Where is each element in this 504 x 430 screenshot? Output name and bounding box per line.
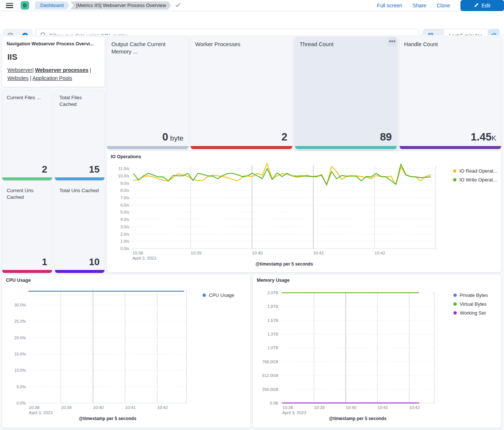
- top-header: D Dashboard [Metrics IIS] Webserver Proc…: [0, 0, 504, 11]
- nav-link-webserver[interactable]: Webserver: [7, 67, 32, 73]
- svg-text:10:39: 10:39: [191, 251, 201, 255]
- svg-text:6.0/s: 6.0/s: [120, 203, 129, 207]
- svg-text:10.0%: 10.0%: [14, 368, 26, 372]
- metric-value: 0 byte: [162, 131, 183, 143]
- panel-options-icon[interactable]: [388, 37, 397, 46]
- legend-label: Virtual Bytes: [460, 301, 487, 307]
- metric-value: 15: [89, 164, 100, 175]
- metric-color-bar: [191, 146, 292, 149]
- legend-item[interactable]: Private Bytes: [453, 292, 488, 298]
- svg-text:April 3, 2023: April 3, 2023: [282, 410, 306, 415]
- svg-text:0.0/s: 0.0/s: [120, 246, 129, 251]
- metric-panel-total-uris-cached[interactable]: Total Uris Cached 10: [55, 184, 104, 273]
- svg-text:10:40: 10:40: [346, 405, 356, 410]
- svg-text:@timestamp per 5 seconds: @timestamp per 5 seconds: [329, 416, 387, 421]
- legend-item[interactable]: CPU Usage: [203, 292, 234, 298]
- legend-label: IO Read Operat...: [459, 168, 497, 174]
- svg-text:10:42: 10:42: [409, 405, 420, 410]
- svg-text:15.0%: 15.0%: [14, 352, 26, 356]
- query-bar: Last 5 minutes: [0, 11, 504, 35]
- nav-link-application-pools[interactable]: Application Pools: [32, 75, 72, 81]
- nav-link-websites[interactable]: Websites: [7, 75, 28, 81]
- svg-text:April 3, 2023: April 3, 2023: [29, 410, 53, 415]
- cpu-chart-legend: CPU Usage: [203, 292, 234, 298]
- svg-text:4.0/s: 4.0/s: [120, 217, 129, 222]
- dashboard-canvas: Navigation Webserver Process Overvi... I…: [0, 35, 504, 430]
- breadcrumb-current-page: [Metrics IIS] Webserver Process Overview: [70, 1, 171, 10]
- svg-text:10:40: 10:40: [93, 405, 104, 410]
- legend-dot-icon: [453, 302, 457, 306]
- svg-text:@timestamp per 5 seconds: @timestamp per 5 seconds: [79, 416, 137, 421]
- svg-text:10:38: 10:38: [29, 405, 39, 410]
- metric-color-bar: [55, 177, 104, 180]
- clone-link[interactable]: Clone: [436, 3, 450, 8]
- svg-text:0.0B: 0.0B: [270, 401, 278, 405]
- legend-item[interactable]: Virtual Bytes: [453, 301, 488, 307]
- nav-link-webserver-processes[interactable]: Webserver processes: [35, 67, 89, 73]
- svg-text:10:41: 10:41: [377, 405, 388, 410]
- chart-title: IO Operations: [111, 154, 141, 159]
- svg-text:1.0/s: 1.0/s: [120, 239, 129, 243]
- metric-panel-output-cache[interactable]: Output Cache Current Memory ... 0 byte: [107, 37, 188, 149]
- metric-value: 89: [380, 131, 392, 143]
- svg-text:9.0/s: 9.0/s: [120, 181, 129, 185]
- svg-text:7.0/s: 7.0/s: [120, 195, 129, 200]
- metric-panel-thread-count[interactable]: Thread Count 89: [295, 37, 397, 149]
- space-avatar[interactable]: D: [21, 1, 29, 10]
- pencil-icon: [474, 3, 479, 8]
- io-operations-panel: IO Operations 0.0/s1.0/s2.0/s3.0/s4.0/s5…: [107, 151, 501, 272]
- metric-panel-handle-count[interactable]: Handle Count 1.45K: [400, 37, 501, 149]
- metric-panel-worker-processes[interactable]: Worker Processes 2: [191, 37, 292, 149]
- svg-text:10:39: 10:39: [314, 405, 325, 410]
- metric-color-bar: [400, 146, 501, 149]
- share-link[interactable]: Share: [412, 3, 426, 8]
- full-screen-link[interactable]: Full screen: [377, 3, 402, 8]
- metric-color-bar: [295, 146, 397, 149]
- svg-text:768.0GB: 768.0GB: [262, 360, 278, 364]
- svg-text:2.0TB: 2.0TB: [267, 291, 278, 295]
- edit-button[interactable]: Edit: [460, 0, 504, 11]
- check-icon[interactable]: [175, 2, 181, 9]
- metric-color-bar: [55, 270, 104, 273]
- metric-color-bar: [2, 270, 52, 273]
- metric-value: 1.45K: [471, 131, 496, 143]
- io-operations-chart[interactable]: 0.0/s1.0/s2.0/s3.0/s4.0/s5.0/s6.0/s7.0/s…: [107, 151, 501, 272]
- menu-icon[interactable]: [6, 3, 13, 8]
- svg-text:10.0/s: 10.0/s: [118, 174, 129, 178]
- legend-item[interactable]: IO Read Operat...: [453, 168, 497, 174]
- breadcrumb-dashboard[interactable]: Dashboard: [35, 1, 70, 10]
- legend-item[interactable]: Working Set: [453, 310, 488, 316]
- legend-dot-icon: [453, 169, 456, 173]
- metric-panel-current-uris-cached[interactable]: Current Uris Cached 1: [2, 184, 52, 273]
- svg-text:@timestamp per 5 seconds: @timestamp per 5 seconds: [256, 261, 313, 267]
- navigation-panel: Navigation Webserver Process Overvi... I…: [2, 37, 104, 87]
- svg-text:512.0GB: 512.0GB: [262, 373, 278, 378]
- metric-color-bar: [2, 177, 52, 180]
- legend-label: CPU Usage: [209, 292, 234, 298]
- svg-text:10:40: 10:40: [252, 251, 263, 255]
- svg-text:1.3TB: 1.3TB: [267, 332, 278, 336]
- cpu-usage-panel: CPU Usage 0.0%5.0%10.0%15.0%20.0%25.0%30…: [2, 275, 250, 428]
- svg-text:11.0/s: 11.0/s: [118, 166, 130, 171]
- metric-value: 10: [89, 256, 100, 268]
- navigation-links: Webserver| Webserver processes | Website…: [2, 62, 104, 82]
- svg-text:30.0%: 30.0%: [14, 303, 26, 307]
- legend-label: Working Set: [460, 310, 486, 316]
- navigation-heading: IIS: [2, 46, 104, 62]
- svg-text:10:39: 10:39: [61, 405, 72, 410]
- svg-text:8.0/s: 8.0/s: [120, 188, 129, 193]
- svg-text:3.0/s: 3.0/s: [120, 225, 129, 229]
- breadcrumb: Dashboard [Metrics IIS] Webserver Proces…: [35, 1, 171, 10]
- chart-title: Memory Usage: [257, 278, 290, 283]
- svg-text:20.0%: 20.0%: [14, 336, 26, 340]
- svg-text:1.8TB: 1.8TB: [267, 304, 278, 309]
- metric-panel-current-files[interactable]: Current Files ... 2: [2, 91, 52, 180]
- memory-chart-legend: Private BytesVirtual BytesWorking Set: [453, 292, 488, 316]
- svg-text:0.0%: 0.0%: [17, 401, 26, 405]
- svg-text:5.0%: 5.0%: [17, 385, 26, 389]
- metric-panel-total-files-cached[interactable]: Total Files Cached 15: [55, 91, 104, 180]
- navigation-panel-title: Navigation Webserver Process Overvi...: [2, 37, 104, 46]
- svg-text:10:41: 10:41: [125, 405, 136, 410]
- legend-item[interactable]: IO Write Operat...: [453, 177, 497, 183]
- legend-label: Private Bytes: [460, 292, 488, 298]
